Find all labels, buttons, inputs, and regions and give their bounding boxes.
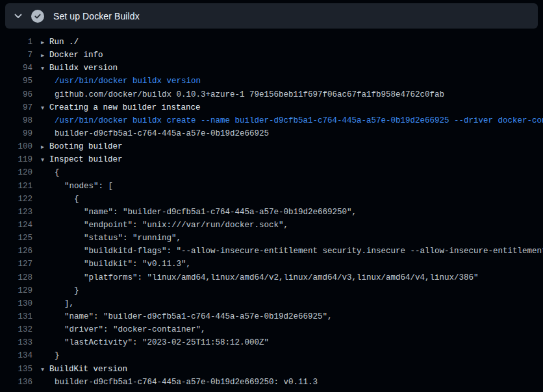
line-number[interactable]: 129 — [0, 284, 32, 297]
log-line-text: Docker info — [49, 49, 103, 62]
log-line-text: "name": "builder-d9cfb5a1-c764-445a-a57e… — [55, 310, 333, 323]
log-group-line[interactable]: 1 ▶ Run ./ — [0, 36, 543, 49]
log-line-text: Creating a new builder instance — [49, 101, 201, 114]
triangle-expanded-icon[interactable]: ▼ — [41, 102, 49, 115]
log-line: 127 "buildkit": "v0.11.3", — [0, 258, 543, 271]
log-line: 136 builder-d9cfb5a1-c764-445a-a57e-0b19… — [0, 376, 543, 389]
log-group-line[interactable]: 7 ▶ Docker info — [0, 49, 543, 62]
line-number[interactable]: 132 — [0, 323, 32, 336]
log-line: 128 "platforms": "linux/amd64,linux/amd6… — [0, 271, 543, 284]
log-line-text: "nodes": [ — [55, 180, 113, 193]
step-title: Set up Docker Buildx — [53, 11, 140, 21]
log-line: 96 github.com/docker/buildx 0.10.3+azure… — [0, 88, 543, 101]
log-line-text: "name": "builder-d9cfb5a1-c764-445a-a57e… — [55, 206, 357, 219]
line-number[interactable]: 120 — [0, 166, 32, 179]
triangle-expanded-icon[interactable]: ▼ — [41, 363, 49, 376]
log-line-text: "driver": "docker-container", — [55, 323, 206, 336]
log-group-line[interactable]: 100 ▶ Booting builder — [0, 140, 543, 153]
log-line-text: Buildx version — [49, 62, 118, 75]
log-line-text: "endpoint": "unix:///var/run/docker.sock… — [55, 219, 288, 232]
line-number[interactable]: 134 — [0, 349, 32, 362]
log-line: 123 "name": "builder-d9cfb5a1-c764-445a-… — [0, 206, 543, 219]
log-line-text: Booting builder — [49, 140, 123, 153]
log-line: 132 "driver": "docker-container", — [0, 323, 543, 336]
line-number[interactable]: 128 — [0, 271, 32, 284]
line-number[interactable]: 1 — [0, 36, 32, 49]
check-circle-icon — [31, 10, 44, 23]
line-number[interactable]: 95 — [0, 75, 32, 88]
line-number[interactable]: 123 — [0, 206, 32, 219]
log-group-line[interactable]: 135 ▼ BuildKit version — [0, 363, 543, 376]
log-line: 99 builder-d9cfb5a1-c764-445a-a57e-0b19d… — [0, 127, 543, 140]
log-viewer: 1 ▶ Run ./ 7 ▶ Docker info 94 ▼ Buildx v… — [0, 29, 543, 389]
log-line: 129 } — [0, 284, 543, 297]
log-line: 122 { — [0, 193, 543, 206]
log-line-text: builder-d9cfb5a1-c764-445a-a57e-0b19d2e6… — [55, 376, 318, 389]
log-line-text: ], — [55, 297, 74, 310]
log-line-text: } — [55, 349, 60, 362]
log-line: 120 { — [0, 166, 543, 179]
line-number[interactable]: 100 — [0, 140, 32, 153]
log-line-text: "buildkitd-flags": "--allow-insecure-ent… — [55, 245, 543, 258]
triangle-expanded-icon[interactable]: ▼ — [41, 62, 49, 75]
log-line: 130 ], — [0, 297, 543, 310]
line-number[interactable]: 124 — [0, 219, 32, 232]
log-line-text: } — [55, 284, 79, 297]
line-number[interactable]: 136 — [0, 376, 32, 389]
log-line-text: "buildkit": "v0.11.3", — [55, 258, 191, 271]
log-line-text: { — [55, 166, 60, 179]
log-line: 134 } — [0, 349, 543, 362]
line-number[interactable]: 7 — [0, 49, 32, 62]
line-number[interactable]: 94 — [0, 62, 32, 75]
line-number[interactable]: 119 — [0, 153, 32, 166]
log-line: 131 "name": "builder-d9cfb5a1-c764-445a-… — [0, 310, 543, 323]
log-group-line[interactable]: 94 ▼ Buildx version — [0, 62, 543, 75]
log-line: 124 "endpoint": "unix:///var/run/docker.… — [0, 219, 543, 232]
log-line: 98 /usr/bin/docker buildx create --name … — [0, 114, 543, 127]
log-line-text: /usr/bin/docker buildx create --name bui… — [55, 114, 543, 127]
chevron-down-icon[interactable] — [13, 11, 23, 21]
log-line-text: BuildKit version — [49, 363, 127, 376]
line-number[interactable]: 125 — [0, 232, 32, 245]
triangle-expanded-icon[interactable]: ▼ — [41, 154, 49, 167]
line-number[interactable]: 99 — [0, 127, 32, 140]
line-number[interactable]: 133 — [0, 336, 32, 349]
log-line: 125 "status": "running", — [0, 232, 543, 245]
triangle-collapsed-icon[interactable]: ▶ — [41, 141, 49, 154]
log-line-text: Run ./ — [49, 36, 79, 49]
line-number[interactable]: 98 — [0, 114, 32, 127]
log-line: 126 "buildkitd-flags": "--allow-insecure… — [0, 245, 543, 258]
log-line-text: Inspect builder — [49, 153, 123, 166]
triangle-collapsed-icon[interactable]: ▶ — [41, 49, 49, 62]
line-number[interactable]: 135 — [0, 363, 32, 376]
log-group-line[interactable]: 119 ▼ Inspect builder — [0, 153, 543, 166]
line-number[interactable]: 126 — [0, 245, 32, 258]
log-line-text: { — [55, 193, 79, 206]
line-number[interactable]: 97 — [0, 101, 32, 114]
log-line: 133 "lastActivity": "2023-02-25T11:58:12… — [0, 336, 543, 349]
log-line-text: github.com/docker/buildx 0.10.3+azure-1 … — [55, 88, 444, 101]
log-line-text: builder-d9cfb5a1-c764-445a-a57e-0b19d2e6… — [55, 127, 269, 140]
step-header[interactable]: Set up Docker Buildx — [5, 3, 538, 29]
log-group-line[interactable]: 97 ▼ Creating a new builder instance — [0, 101, 543, 114]
line-number[interactable]: 121 — [0, 180, 32, 193]
log-line: 121 "nodes": [ — [0, 180, 543, 193]
triangle-collapsed-icon[interactable]: ▶ — [41, 36, 49, 49]
line-number[interactable]: 96 — [0, 88, 32, 101]
log-line-text: "platforms": "linux/amd64,linux/amd64/v2… — [55, 271, 479, 284]
log-line-text: "status": "running", — [55, 232, 181, 245]
line-number[interactable]: 127 — [0, 258, 32, 271]
log-line: 95 /usr/bin/docker buildx version — [0, 75, 543, 88]
log-line-text: /usr/bin/docker buildx version — [55, 75, 201, 88]
line-number[interactable]: 130 — [0, 297, 32, 310]
log-line-text: "lastActivity": "2023-02-25T11:58:12.000… — [55, 336, 269, 349]
line-number[interactable]: 131 — [0, 310, 32, 323]
line-number[interactable]: 122 — [0, 193, 32, 206]
